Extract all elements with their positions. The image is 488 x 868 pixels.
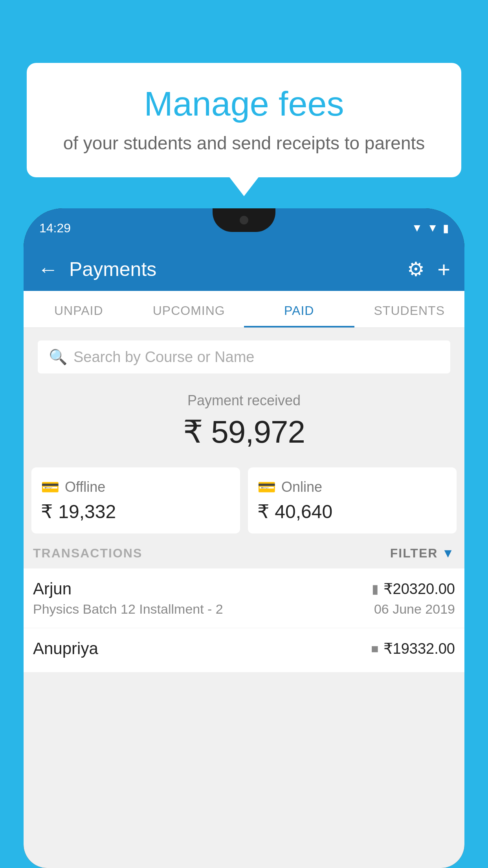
transaction-course: Physics Batch 12 Installment - 2 <box>33 601 223 617</box>
status-icons: ▼ ▼ ▮ <box>412 222 449 235</box>
transactions-label: TRANSACTIONS <box>33 546 142 561</box>
transaction-amount-2: ₹19332.00 <box>383 640 455 657</box>
phone-frame: 14:29 ▼ ▼ ▮ ← Payments ⚙ + UNPAID UPCOMI… <box>24 208 464 868</box>
offline-label: Offline <box>65 479 105 495</box>
filter-label: FILTER <box>390 546 438 561</box>
transactions-header: TRANSACTIONS FILTER ▼ <box>24 533 464 568</box>
gear-button[interactable]: ⚙ <box>407 258 425 281</box>
status-bar: 14:29 ▼ ▼ ▮ <box>24 208 464 248</box>
signal-icon: ▼ <box>427 222 438 234</box>
online-icon: 💳 <box>257 478 276 496</box>
bubble-subtitle: of your students and send receipts to pa… <box>46 132 442 154</box>
battery-icon: ▮ <box>443 222 449 235</box>
back-button[interactable]: ← <box>38 257 58 281</box>
offline-amount: ₹ 19,332 <box>41 500 231 522</box>
online-card: 💳 Online ₹ 40,640 <box>248 467 457 533</box>
table-row[interactable]: Anupriya ■ ₹19332.00 <box>24 628 464 673</box>
phone-notch <box>213 208 275 232</box>
online-payment-icon: ▮ <box>372 581 379 596</box>
tab-paid[interactable]: PAID <box>244 291 354 327</box>
filter-icon: ▼ <box>442 546 455 561</box>
online-label: Online <box>281 479 322 495</box>
filter-button[interactable]: FILTER ▼ <box>390 546 455 561</box>
search-icon: 🔍 <box>49 348 67 366</box>
header-title: Payments <box>69 258 407 281</box>
payment-cards: 💳 Offline ₹ 19,332 💳 Online ₹ 40,640 <box>31 467 457 533</box>
transaction-amount: ₹20320.00 <box>383 580 455 598</box>
tab-unpaid[interactable]: UNPAID <box>24 291 134 327</box>
phone-screen: UNPAID UPCOMING PAID STUDENTS 🔍 Search b… <box>24 291 464 868</box>
tab-students[interactable]: STUDENTS <box>354 291 465 327</box>
camera <box>240 216 248 224</box>
bubble-title: Manage fees <box>46 85 442 123</box>
offline-card: 💳 Offline ₹ 19,332 <box>31 467 240 533</box>
search-bar[interactable]: 🔍 Search by Course or Name <box>38 340 450 373</box>
online-amount: ₹ 40,640 <box>257 500 447 522</box>
transaction-date: 06 June 2019 <box>374 601 455 617</box>
transaction-name-2: Anupriya <box>33 639 98 658</box>
wifi-icon: ▼ <box>412 222 423 234</box>
payment-received-label: Payment received <box>24 392 464 409</box>
offline-icon: 💳 <box>41 478 59 496</box>
app-header: ← Payments ⚙ + <box>24 248 464 291</box>
speech-bubble: Manage fees of your students and send re… <box>27 63 461 177</box>
tab-upcoming[interactable]: UPCOMING <box>134 291 244 327</box>
add-button[interactable]: + <box>437 257 450 282</box>
status-time: 14:29 <box>39 221 71 235</box>
search-placeholder: Search by Course or Name <box>73 349 254 366</box>
payment-total-amount: ₹ 59,972 <box>24 414 464 450</box>
offline-payment-icon: ■ <box>371 642 378 656</box>
table-row[interactable]: Arjun ▮ ₹20320.00 Physics Batch 12 Insta… <box>24 568 464 628</box>
payment-summary: Payment received ₹ 59,972 <box>24 380 464 460</box>
tabs-bar: UNPAID UPCOMING PAID STUDENTS <box>24 291 464 328</box>
transaction-name: Arjun <box>33 579 72 598</box>
